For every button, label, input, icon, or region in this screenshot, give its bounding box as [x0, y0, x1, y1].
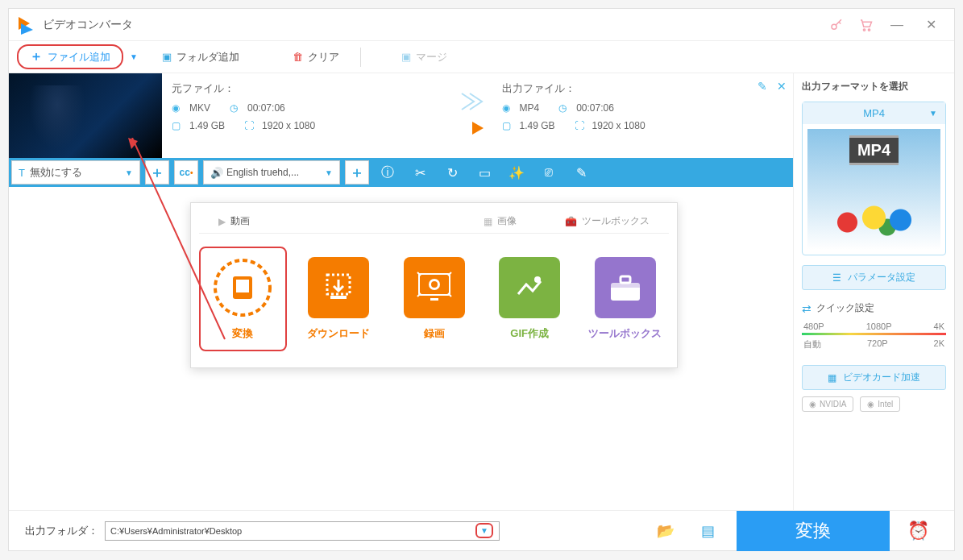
card-record-label: 録画 [424, 326, 445, 341]
res-2k[interactable]: 2K [934, 338, 944, 351]
source-file-label: 元ファイル： [172, 81, 235, 96]
tab-image-label: 画像 [497, 214, 517, 228]
text-icon: T [19, 167, 25, 179]
svg-point-2 [868, 28, 870, 30]
cut-tool[interactable]: ✂ [404, 158, 436, 187]
video-thumbnail[interactable] [9, 73, 162, 158]
folder-icon: ▢ [172, 120, 185, 131]
info-tool[interactable]: ⓘ [372, 158, 404, 187]
card-download-label: ダウンロード [307, 326, 370, 341]
parameter-settings-label: パラメータ設定 [848, 271, 915, 284]
quick-settings-label: クイック設定 [816, 301, 874, 315]
gpu-accel-label: ビデオカード加速 [843, 371, 920, 384]
list-view-button[interactable]: ▤ [691, 522, 724, 540]
format-select[interactable]: MP4 ▼ [803, 102, 945, 124]
tab-video-label: 動画 [230, 214, 250, 228]
output-duration: 00:07:06 [576, 102, 614, 114]
chevron-down-icon: ▼ [325, 168, 333, 177]
resolution-slider[interactable] [802, 333, 946, 335]
output-folder-input[interactable] [105, 521, 500, 541]
card-download[interactable]: ダウンロード [295, 247, 383, 351]
format-icon: ◉ [172, 102, 185, 114]
svg-rect-7 [330, 296, 347, 299]
toolbox-tab-icon: 🧰 [565, 216, 577, 227]
card-toolbox[interactable]: ツールボックス [581, 247, 669, 351]
video-tab-icon: ▶ [218, 216, 226, 227]
edit-tool[interactable]: ✎ [565, 158, 597, 187]
tab-toolbox[interactable]: 🧰ツールボックス [565, 214, 650, 233]
merge-icon: ▣ [401, 51, 411, 63]
clock-icon: ◷ [558, 102, 571, 114]
res-4k[interactable]: 4K [934, 321, 944, 331]
format-badge: MP4 [849, 135, 899, 165]
add-folder-label: フォルダ追加 [176, 50, 239, 64]
rotate-tool[interactable]: ↻ [436, 158, 468, 187]
output-format-title: 出力フォーマットを選択 [802, 80, 946, 93]
audio-value: English truehd,... [226, 167, 325, 178]
merge-button[interactable]: ▣ マージ [393, 47, 455, 68]
crop-tool[interactable]: ▭ [468, 158, 500, 187]
svg-point-0 [832, 24, 836, 29]
res-auto[interactable]: 自動 [803, 338, 821, 351]
source-duration: 00:07:06 [247, 102, 285, 114]
resolution-icon: ⛶ [575, 120, 587, 131]
card-gif-label: GIF作成 [510, 326, 549, 341]
cc-button[interactable]: cc• [174, 160, 198, 185]
open-folder-button[interactable]: 📂 [650, 522, 682, 540]
output-resolution: 1920 x 1080 [592, 120, 645, 131]
sliders-icon: ☰ [832, 272, 841, 284]
gpu-accel-button[interactable]: ▦ ビデオカード加速 [802, 365, 946, 390]
close-button[interactable]: ✕ [914, 10, 948, 39]
app-title: ビデオコンバータ [43, 18, 133, 32]
conversion-arrow-icon [458, 81, 498, 138]
effects-tool[interactable]: ✨ [500, 158, 533, 187]
res-480p[interactable]: 480P [803, 321, 824, 331]
output-file-label: 出力ファイル： [502, 81, 575, 96]
feature-panel: ▶動画 ▦画像 🧰ツールボックス 変換 ダウンロード [190, 202, 678, 368]
minimize-button[interactable]: — [880, 10, 914, 39]
cart-icon[interactable] [851, 10, 880, 39]
source-size: 1.49 GB [189, 120, 225, 131]
tab-video[interactable]: ▶動画 [218, 214, 250, 233]
chevron-down-icon: ▼ [929, 109, 937, 118]
card-gif[interactable]: GIF作成 [486, 247, 574, 351]
quick-settings-icon: ⇄ [802, 302, 811, 315]
schedule-button[interactable]: ⏰ [898, 521, 938, 541]
convert-button-label: 変換 [795, 519, 831, 543]
add-subtitle-button[interactable]: ＋ [145, 160, 169, 185]
remove-file-icon[interactable]: ✕ [777, 80, 787, 93]
card-convert[interactable]: 変換 [199, 247, 287, 351]
add-folder-button[interactable]: ▣ フォルダ追加 [154, 47, 247, 68]
merge-label: マージ [416, 50, 447, 64]
svg-rect-5 [236, 280, 249, 292]
card-record[interactable]: 録画 [390, 247, 478, 351]
audio-select[interactable]: 🔊 English truehd,... ▼ [203, 160, 340, 185]
add-file-dropdown[interactable]: ▼ [130, 52, 138, 61]
subtitle-value: 無効にする [30, 165, 125, 180]
watermark-tool[interactable]: ⎚ [533, 158, 565, 187]
image-tab-icon: ▦ [484, 216, 492, 227]
output-folder-dropdown[interactable]: ▼ [475, 523, 493, 538]
format-preview: MP4 [807, 129, 940, 250]
res-1080p[interactable]: 1080P [866, 321, 892, 331]
add-audio-button[interactable]: ＋ [345, 160, 369, 185]
folder-icon: ▢ [502, 120, 515, 131]
key-icon[interactable] [822, 10, 851, 39]
parameter-settings-button[interactable]: ☰ パラメータ設定 [802, 265, 946, 290]
edit-filename-icon[interactable]: ✎ [758, 80, 767, 93]
convert-button[interactable]: 変換 [737, 511, 890, 551]
add-file-button[interactable]: ＋ ファイル追加 [17, 44, 123, 69]
intel-chip: ◉Intel [860, 396, 900, 412]
svg-point-12 [534, 276, 541, 283]
svg-rect-11 [430, 298, 438, 301]
res-720p[interactable]: 720P [867, 338, 888, 351]
tab-image[interactable]: ▦画像 [484, 214, 517, 233]
card-toolbox-label: ツールボックス [588, 326, 662, 341]
trash-icon: 🗑 [293, 51, 303, 63]
intel-icon: ◉ [867, 400, 874, 409]
chip-icon: ▦ [828, 372, 836, 384]
subtitle-select[interactable]: T 無効にする ▼ [11, 160, 140, 185]
source-resolution: 1920 x 1080 [262, 120, 315, 131]
svg-rect-15 [621, 276, 630, 283]
clear-button[interactable]: 🗑 クリア [284, 47, 347, 68]
